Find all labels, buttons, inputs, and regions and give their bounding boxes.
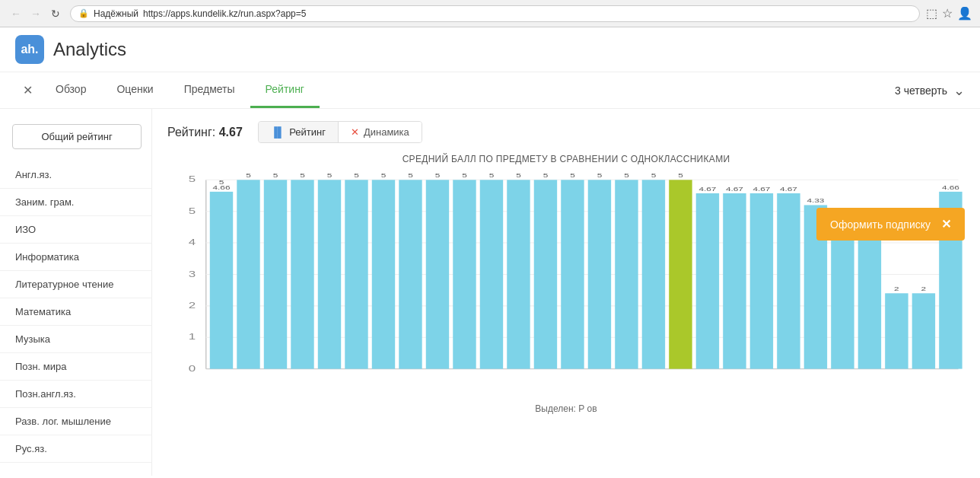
- svg-text:5: 5: [543, 173, 549, 179]
- sidebar-item-logic[interactable]: Разв. лог. мышление: [0, 408, 151, 435]
- star-icon[interactable]: ☆: [942, 6, 953, 21]
- svg-text:5: 5: [189, 206, 196, 215]
- svg-text:5: 5: [354, 173, 359, 179]
- svg-text:5: 5: [381, 173, 387, 179]
- svg-text:0: 0: [189, 364, 196, 373]
- svg-text:5: 5: [300, 173, 305, 179]
- svg-text:5: 5: [651, 173, 657, 179]
- tab-dynamics[interactable]: ✕ Динамика: [338, 122, 422, 142]
- svg-text:5: 5: [273, 173, 278, 179]
- svg-text:4.66: 4.66: [942, 184, 960, 190]
- svg-text:5: 5: [462, 173, 467, 179]
- svg-text:5: 5: [597, 173, 603, 179]
- chevron-down-icon: ⌄: [953, 82, 965, 99]
- svg-text:5: 5: [489, 173, 495, 179]
- sidebar-item-world[interactable]: Позн. мира: [0, 353, 151, 381]
- svg-text:4.67: 4.67: [726, 186, 743, 192]
- app-title: Analytics: [53, 39, 126, 60]
- svg-text:2: 2: [189, 301, 196, 310]
- bar-19: [696, 193, 719, 369]
- nav-item-overview[interactable]: Обзор: [40, 72, 101, 108]
- main-content: Общий рейтинг Англ.яз. Заним. грам. ИЗО …: [0, 109, 980, 476]
- bar-26: [885, 293, 908, 368]
- svg-text:4: 4: [189, 238, 196, 247]
- rating-value: 4.67: [219, 126, 243, 139]
- app-header: ah. Analytics: [0, 27, 980, 72]
- bar-14: [561, 180, 584, 368]
- bar-6: [345, 180, 368, 368]
- line-chart-icon: ✕: [351, 126, 359, 138]
- bar-16: [615, 180, 638, 368]
- sidebar-item-informatics[interactable]: Информатика: [0, 244, 151, 271]
- nav-item-rating[interactable]: Рейтинг: [250, 72, 320, 108]
- address-url: https://apps.kundelik.kz/run.aspx?app=5: [143, 8, 306, 19]
- sidebar-item-english2[interactable]: Позн.англ.яз.: [0, 381, 151, 408]
- screenshot-icon[interactable]: ⬚: [926, 6, 937, 21]
- user-icon[interactable]: 👤: [957, 6, 972, 21]
- general-rating-button[interactable]: Общий рейтинг: [12, 124, 142, 149]
- bar-5: [318, 180, 341, 368]
- sidebar-item-english[interactable]: Англ.яз.: [0, 161, 151, 189]
- bar-9: [426, 180, 449, 368]
- nav-item-grades[interactable]: Оценки: [101, 72, 168, 108]
- sidebar-header: Общий рейтинг: [12, 124, 139, 149]
- address-bar[interactable]: 🔒 Надёжный https://apps.kundelik.kz/run.…: [70, 5, 920, 22]
- bar-3: [264, 180, 287, 368]
- bar-27: [912, 293, 935, 368]
- svg-text:4.67: 4.67: [780, 186, 797, 192]
- chart-tabs: ▐▌ Рейтинг ✕ Динамика: [258, 121, 422, 143]
- browser-icons: ⬚ ☆ 👤: [926, 6, 972, 21]
- svg-text:1: 1: [189, 333, 196, 342]
- bar-12: [507, 180, 530, 368]
- svg-text:5: 5: [516, 173, 521, 179]
- quarter-label: 3 четверть: [895, 84, 947, 97]
- svg-text:5: 5: [570, 173, 575, 179]
- svg-text:2: 2: [894, 286, 899, 292]
- bar-8: [399, 180, 422, 368]
- chart-title: СРЕДНИЙ БАЛЛ ПО ПРЕДМЕТУ В СРАВНЕНИИ С О…: [167, 154, 965, 164]
- sidebar-item-art[interactable]: ИЗО: [0, 216, 151, 244]
- subscribe-label: Оформить подписку: [830, 218, 931, 231]
- bar-7: [372, 180, 395, 368]
- svg-text:4.33: 4.33: [807, 198, 825, 204]
- security-label: Надёжный: [94, 8, 138, 19]
- nav-close-button[interactable]: ✕: [15, 72, 40, 108]
- svg-text:3: 3: [189, 269, 196, 279]
- nav-bar: ✕ Обзор Оценки Предметы Рейтинг 3 четвер…: [0, 72, 980, 109]
- sidebar-item-math[interactable]: Математика: [0, 298, 151, 326]
- sidebar-item-literature[interactable]: Литературное чтение: [0, 271, 151, 298]
- svg-text:5: 5: [678, 173, 683, 179]
- back-button[interactable]: ←: [8, 5, 24, 22]
- browser-bar: ← → ↻ 🔒 Надёжный https://apps.kundelik.k…: [0, 0, 980, 27]
- svg-text:4.67: 4.67: [698, 186, 716, 192]
- forward-button[interactable]: →: [27, 5, 44, 22]
- sidebar: Общий рейтинг Англ.яз. Заним. грам. ИЗО …: [0, 109, 152, 476]
- bar-21: [750, 193, 773, 369]
- sidebar-item-literacy[interactable]: Заним. грам.: [0, 189, 151, 216]
- chart-bottom-label: Выделен: Р ов: [167, 403, 965, 414]
- svg-text:4.66: 4.66: [212, 184, 231, 190]
- bar-4: [291, 180, 313, 368]
- chart-svg: 0 1 2 3 4 5 5 4.66 5 5 5: [167, 172, 965, 400]
- bar-1: [210, 192, 233, 369]
- bar-22: [777, 193, 800, 369]
- chart-area: Оформить подписку ✕ Рейтинг: 4.67 ▐▌ Рей…: [152, 109, 980, 476]
- bar-chart-icon: ▐▌: [271, 126, 285, 138]
- svg-text:5: 5: [435, 173, 441, 179]
- subscribe-banner: Оформить подписку ✕: [816, 208, 965, 241]
- sidebar-item-music[interactable]: Музыка: [0, 326, 151, 353]
- quarter-selector[interactable]: 3 четверть ⌄: [895, 82, 965, 99]
- subscribe-close-button[interactable]: ✕: [941, 217, 951, 231]
- svg-text:5: 5: [327, 173, 332, 179]
- reload-button[interactable]: ↻: [47, 5, 64, 22]
- bar-15: [588, 180, 611, 368]
- sidebar-item-russian[interactable]: Рус.яз.: [0, 435, 151, 463]
- nav-item-subjects[interactable]: Предметы: [169, 72, 250, 108]
- bar-17: [642, 180, 665, 368]
- svg-text:2: 2: [921, 286, 927, 292]
- tab-rating[interactable]: ▐▌ Рейтинг: [259, 122, 338, 142]
- bar-13: [534, 180, 557, 368]
- svg-text:5: 5: [624, 173, 629, 179]
- logo-text: ah.: [21, 43, 38, 56]
- bar-18-green: [669, 180, 692, 368]
